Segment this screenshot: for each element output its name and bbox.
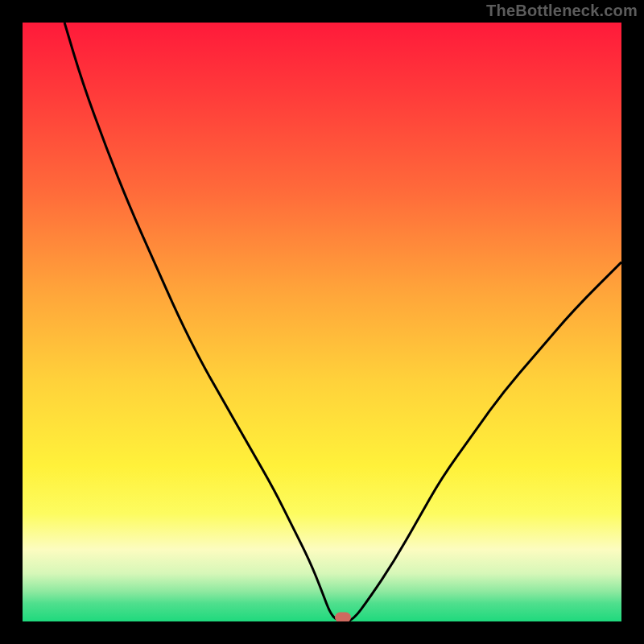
chart-frame: TheBottleneck.com [0, 0, 644, 644]
chart-canvas [23, 23, 621, 621]
gradient-rect [23, 23, 621, 621]
watermark-text: TheBottleneck.com [486, 2, 638, 20]
optimal-marker [335, 612, 351, 621]
plot-area [23, 23, 621, 621]
